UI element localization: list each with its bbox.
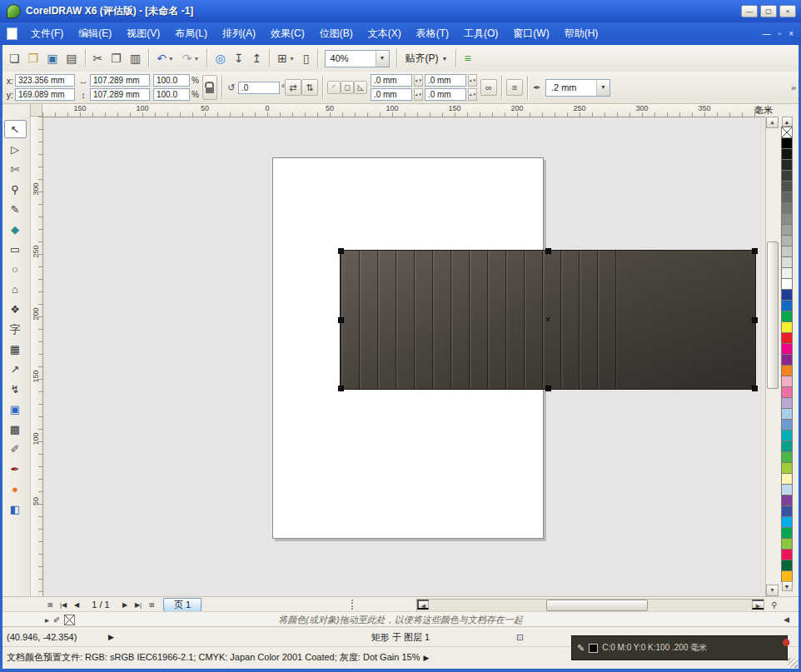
new-document-button[interactable]: ❏ bbox=[6, 48, 23, 68]
interactive-fill-tool-icon[interactable]: ◧ bbox=[4, 500, 27, 518]
menu-item-7[interactable]: 位图(B) bbox=[312, 22, 361, 45]
spinner-icon[interactable]: ▲▼ bbox=[468, 88, 477, 101]
horizontal-scrollbar-thumb[interactable] bbox=[546, 600, 648, 611]
scroll-down-icon[interactable]: ▼ bbox=[766, 585, 779, 596]
color-swatch-31[interactable] bbox=[781, 462, 793, 474]
color-swatch-13[interactable] bbox=[781, 267, 793, 279]
print-button[interactable]: ▤ bbox=[62, 48, 80, 68]
selection-handle[interactable] bbox=[338, 248, 344, 254]
vertical-scrollbar-thumb[interactable] bbox=[767, 241, 779, 389]
menu-item-5[interactable]: 排列(A) bbox=[215, 22, 263, 45]
round-corner-button[interactable]: ◜ bbox=[327, 81, 341, 94]
outline-width-combobox[interactable]: .2 mm ▼ bbox=[545, 79, 610, 97]
document-restore-icon[interactable]: ▫ bbox=[779, 29, 782, 38]
dimension-tool-icon[interactable]: ↗ bbox=[4, 360, 27, 378]
outline-pen-tool-icon[interactable]: ✒ bbox=[4, 460, 27, 478]
scroll-up-icon[interactable]: ▲ bbox=[766, 117, 779, 128]
selection-handle[interactable] bbox=[752, 317, 758, 323]
menu-item-8[interactable]: 文本(X) bbox=[361, 22, 409, 45]
color-swatch-28[interactable] bbox=[781, 430, 793, 441]
color-swatch-38[interactable] bbox=[781, 538, 793, 550]
color-swatch-15[interactable] bbox=[781, 289, 793, 301]
rectangle-tool-icon[interactable]: ▭ bbox=[4, 240, 27, 258]
selection-handle[interactable] bbox=[338, 317, 344, 323]
fullscreen-preview-button[interactable]: ▯ bbox=[300, 48, 313, 68]
menu-item-1[interactable]: 文件(F) bbox=[23, 22, 71, 45]
search-content-button[interactable]: ◎ bbox=[211, 48, 228, 68]
selection-handle[interactable] bbox=[752, 248, 758, 254]
zoom-tool-icon[interactable]: ⚲ bbox=[4, 180, 27, 198]
color-swatch-29[interactable] bbox=[781, 441, 793, 452]
color-swatch-26[interactable] bbox=[781, 408, 793, 420]
options-button[interactable]: ≡ bbox=[460, 48, 474, 68]
sign-in-user-icon[interactable]: ☻ bbox=[779, 635, 793, 649]
shape-tool-icon[interactable]: ▷ bbox=[4, 140, 27, 158]
color-swatch-27[interactable] bbox=[781, 419, 793, 431]
color-swatch-23[interactable] bbox=[781, 376, 793, 387]
mirror-horizontal-button[interactable]: ⇄ bbox=[285, 79, 301, 96]
basic-shapes-tool-icon[interactable]: ❖ bbox=[4, 300, 27, 318]
pick-tool-icon[interactable]: ↖ bbox=[4, 120, 27, 138]
scale-horizontal-field[interactable]: 100.0 bbox=[153, 74, 190, 87]
first-page-button[interactable]: |◀ bbox=[57, 599, 70, 610]
vertical-scrollbar[interactable]: ▲ ▼ bbox=[765, 117, 779, 596]
color-proof-icon[interactable]: ⊡ bbox=[516, 632, 524, 643]
chevron-down-icon[interactable]: ▼ bbox=[168, 56, 174, 62]
title-bar[interactable]: CorelDRAW X6 (评估版) - [未命名 -1] — ▢ × bbox=[0, 0, 801, 22]
no-color-swatch[interactable] bbox=[781, 127, 793, 138]
close-button[interactable]: × bbox=[779, 5, 796, 17]
color-swatch-9[interactable] bbox=[781, 224, 793, 236]
export-button[interactable]: ↥ bbox=[248, 48, 265, 68]
menu-item-10[interactable]: 工具(O) bbox=[456, 22, 505, 45]
minimize-button[interactable]: — bbox=[741, 5, 758, 17]
color-swatch-16[interactable] bbox=[781, 300, 793, 311]
open-button[interactable]: ❒ bbox=[25, 48, 42, 68]
add-page-button[interactable]: ⊞ bbox=[145, 599, 158, 610]
color-swatch-11[interactable] bbox=[781, 246, 793, 257]
color-swatch-14[interactable] bbox=[781, 278, 793, 290]
polygon-tool-icon[interactable]: ⌂ bbox=[4, 280, 27, 298]
last-page-button[interactable]: ▶| bbox=[132, 599, 145, 610]
scroll-right-icon[interactable]: ▶ bbox=[752, 600, 764, 610]
import-button[interactable]: ↧ bbox=[231, 48, 247, 68]
transparency-tool-icon[interactable]: ▩ bbox=[4, 420, 27, 438]
color-swatch-40[interactable] bbox=[781, 560, 793, 571]
menu-item-4[interactable]: 布局(L) bbox=[167, 22, 215, 45]
color-swatch-4[interactable] bbox=[781, 170, 793, 182]
color-swatch-25[interactable] bbox=[781, 397, 793, 409]
snap-to-dropdown[interactable]: 贴齐(P) ▼ bbox=[400, 52, 453, 66]
eyedropper-tool-icon[interactable]: ✐ bbox=[4, 440, 27, 458]
color-swatch-18[interactable] bbox=[781, 321, 793, 333]
ellipse-tool-icon[interactable]: ○ bbox=[4, 260, 27, 278]
status-flyout-icon[interactable]: ▶ bbox=[423, 654, 429, 662]
color-swatch-12[interactable] bbox=[781, 256, 793, 268]
corner-radius-bottom-right-field[interactable]: .0 mm bbox=[425, 88, 466, 101]
ruler-origin-corner[interactable] bbox=[30, 103, 42, 117]
spinner-icon[interactable]: ▲▼ bbox=[468, 74, 477, 87]
x-position-field[interactable]: 323.356 mm bbox=[15, 74, 75, 87]
color-swatch-19[interactable] bbox=[781, 332, 793, 344]
resize-grip[interactable] bbox=[788, 658, 798, 668]
color-swatch-6[interactable] bbox=[781, 192, 793, 203]
color-swatch-8[interactable] bbox=[781, 213, 793, 225]
palette-scroll-up-icon[interactable]: ▲ bbox=[782, 117, 793, 127]
menu-item-11[interactable]: 窗口(W) bbox=[505, 22, 556, 45]
corner-radius-bottom-left-field[interactable]: .0 mm bbox=[371, 88, 412, 101]
splitter-handle[interactable] bbox=[351, 600, 356, 610]
chevron-down-icon[interactable]: ▼ bbox=[376, 51, 389, 67]
freehand-tool-icon[interactable]: ✎ bbox=[4, 200, 27, 218]
lock-ratio-button[interactable] bbox=[202, 75, 217, 100]
selection-handle[interactable] bbox=[338, 386, 344, 391]
color-swatch-2[interactable] bbox=[781, 148, 793, 160]
color-swatch-41[interactable] bbox=[781, 570, 793, 582]
color-swatch-35[interactable] bbox=[781, 505, 793, 517]
spinner-icon[interactable]: ▲▼ bbox=[414, 88, 423, 101]
selection-handle[interactable] bbox=[545, 248, 551, 254]
color-swatch-37[interactable] bbox=[781, 527, 793, 539]
color-swatch-1[interactable] bbox=[781, 137, 793, 149]
selection-handle[interactable] bbox=[752, 386, 758, 391]
blend-tool-icon[interactable]: ▣ bbox=[4, 400, 27, 418]
palette-scroll-down-icon[interactable]: ▼ bbox=[782, 581, 793, 591]
angle-of-rotation-field[interactable]: .0 bbox=[238, 82, 280, 94]
zoom-levels-combobox[interactable]: 40% ▼ bbox=[325, 50, 390, 67]
